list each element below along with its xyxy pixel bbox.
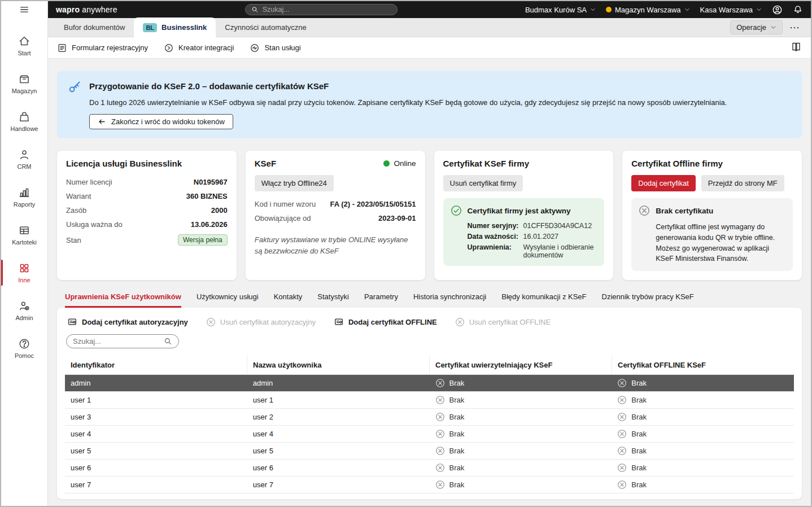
page-content: Przygotowanie do KSeF 2.0 – dodawanie ce… <box>48 59 811 506</box>
cert-field-label: Data ważności: <box>468 233 519 241</box>
reports-chart-icon <box>18 186 30 199</box>
cell-username: user 5 <box>247 447 430 455</box>
add-certificate-button[interactable]: Dodaj certyfikat <box>631 175 696 191</box>
cell-username: admin <box>247 379 430 387</box>
enable-offline24-button[interactable]: Włącz tryb Offline24 <box>255 175 334 191</box>
column-header[interactable]: Nazwa użytkownika <box>247 356 430 374</box>
remove-auth-cert-button[interactable]: Usuń certyfikat autoryzacyjny <box>206 317 316 327</box>
tab-uprawnienia-ksef[interactable]: Uprawnienia KSeF użytkowników <box>65 292 181 308</box>
license-card: Licencja usługi Businesslink Numer licen… <box>57 151 237 280</box>
table-search-input[interactable] <box>73 337 159 346</box>
cell-offline-cert: Brak <box>612 395 794 405</box>
cell-username: user 7 <box>247 480 430 489</box>
sidebar-item-kartoteki[interactable]: Kartoteki <box>1 220 47 250</box>
table-row[interactable]: user 7user 7BrakBrak <box>65 477 794 493</box>
sidebar-item-admin[interactable]: Admin <box>1 295 47 326</box>
check-circle-icon <box>451 205 462 216</box>
table-row[interactable]: user 3user 2BrakBrak <box>65 409 794 426</box>
tab-businesslink[interactable]: BL Businesslink <box>134 18 216 37</box>
table-row[interactable]: user 5user 5BrakBrak <box>65 443 794 460</box>
sidebar-item-label: Inne <box>18 277 30 283</box>
tab-czynnosci-automatyczne[interactable]: Czynności automatyczne <box>216 18 316 37</box>
column-header[interactable]: Certyfikat OFFLINE KSeF <box>612 356 794 374</box>
card-title: Certyfikat KSeF firmy <box>443 159 530 168</box>
account-icon[interactable] <box>772 5 783 15</box>
sidebar-item-pomoc[interactable]: Pomoc <box>1 333 47 364</box>
tab-kontakty[interactable]: Kontakty <box>274 292 303 308</box>
no-cert-label: Brak <box>631 447 647 455</box>
add-offline-cert-button[interactable]: Dodaj certyfikat OFFLINE <box>334 317 437 327</box>
banner-text: Do 1 lutego 2026 uwierzytelnianie w KSeF… <box>89 98 791 107</box>
kv-label: Obowiązujące od <box>255 214 311 222</box>
license-row: Usługa ważna do13.06.2026 <box>66 217 228 231</box>
kv-value: N0195967 <box>194 178 228 186</box>
action-label: Dodaj certyfikat OFFLINE <box>348 318 437 326</box>
tab-statystyki[interactable]: Statystyki <box>317 292 349 308</box>
company-selector[interactable]: Budmax Kurów SA <box>525 6 596 14</box>
arrow-left-icon <box>98 117 106 126</box>
global-search-input[interactable] <box>263 6 391 14</box>
sidebar-item-crm[interactable]: CRM <box>1 144 47 174</box>
address-book-icon[interactable] <box>791 41 802 53</box>
table-row[interactable]: user 4user 4BrakBrak <box>65 426 794 443</box>
warehouse-selector[interactable]: Magazyn Warszawa <box>606 6 690 14</box>
add-auth-cert-button[interactable]: Dodaj certyfikat autoryzacyjny <box>67 317 188 327</box>
menu-toggle-button[interactable] <box>1 1 47 18</box>
table-search[interactable] <box>66 334 179 348</box>
no-cert-icon <box>435 446 445 456</box>
column-header[interactable]: Certyfikat uwierzytelniający KSeF <box>430 356 612 374</box>
no-cert-label: Brak <box>449 413 465 421</box>
sidebar-item-raporty[interactable]: Raporty <box>1 182 47 212</box>
no-cert-label: Brak <box>449 447 465 455</box>
more-options-button[interactable]: ⋯ <box>783 23 804 33</box>
sidebar-item-inne[interactable]: Inne <box>1 257 47 288</box>
status-cards: Licencja usługi Businesslink Numer licen… <box>57 151 802 280</box>
no-cert-title: Brak certyfikatu <box>656 207 713 215</box>
kv-label: Stan <box>66 236 81 244</box>
license-row: Wariant360 BIZNES <box>66 189 228 203</box>
cell-username: user 2 <box>247 413 430 421</box>
license-row: Numer licencjiN0195967 <box>66 175 228 189</box>
column-header[interactable]: Identyfikator <box>65 356 247 374</box>
warehouse-name: Magazyn Warszawa <box>615 6 681 14</box>
registration-form-button[interactable]: Formularz rejestracyjny <box>57 43 148 53</box>
remove-offline-cert-button[interactable]: Usuń certyfikat OFFLINE <box>455 317 551 327</box>
sidebar-item-magazyn[interactable]: Magazyn <box>1 68 47 99</box>
table-row[interactable]: user 1user 1BrakBrak <box>65 392 794 409</box>
warehouse-icon <box>18 73 30 85</box>
tab-bledy-komunikacji[interactable]: Błędy komunikacji z KSeF <box>501 292 586 308</box>
ksef-online-note: Faktury wystawiane w trybie ONLINE wysył… <box>255 234 416 256</box>
cell-offline-cert: Brak <box>612 446 794 456</box>
table-row[interactable]: adminadminBrakBrak <box>65 375 794 392</box>
cashbox-selector[interactable]: Kasa Warszawa <box>700 6 762 14</box>
back-to-tokens-button[interactable]: Zakończ i wróć do widoku tokenów <box>89 114 233 129</box>
help-icon <box>18 338 30 350</box>
remove-company-cert-button[interactable]: Usuń certyfikat firmy <box>443 175 523 191</box>
tab-historia-synchronizacji[interactable]: Historia synchronizacji <box>413 292 486 308</box>
global-search[interactable] <box>245 4 398 15</box>
admin-gear-person-icon <box>18 300 30 312</box>
document-tabbar: Bufor dokumentów BL Businesslink Czynnoś… <box>48 18 811 37</box>
no-cert-label: Brak <box>631 396 647 404</box>
sidebar-item-handlowe[interactable]: Handlowe <box>1 106 47 137</box>
integration-wizard-button[interactable]: Kreator integracji <box>164 43 234 53</box>
tab-dziennik-trybow[interactable]: Dziennik trybów pracy KSeF <box>602 292 694 308</box>
tab-parametry[interactable]: Parametry <box>364 292 398 308</box>
tab-bufor-dokumentow[interactable]: Bufor dokumentów <box>55 18 134 37</box>
table-row[interactable]: user 6user 6BrakBrak <box>65 460 794 477</box>
notifications-bell-icon[interactable] <box>793 5 803 15</box>
sidebar-item-start[interactable]: Start <box>1 30 47 61</box>
tab-label: Czynności automatyczne <box>225 23 307 32</box>
ksef-card: KSeF Online Włącz tryb Offline24 Kod i n… <box>246 151 425 280</box>
operations-dropdown-button[interactable]: Operacje <box>730 20 783 34</box>
cert-field-label: Uprawnienia: <box>468 243 519 259</box>
service-status-button[interactable]: Stan usługi <box>250 43 300 53</box>
no-cert-label: Brak <box>449 464 465 472</box>
tab-label: Businesslink <box>161 23 207 32</box>
cert-actions-toolbar: Dodaj certyfikat autoryzacyjny Usuń cert… <box>65 315 794 334</box>
tab-uzytkownicy-uslugi[interactable]: Użytkownicy usługi <box>197 292 259 308</box>
trade-bag-icon <box>18 111 30 123</box>
online-status-dot <box>383 160 390 167</box>
go-to-mf-button[interactable]: Przejdź do strony MF <box>701 175 784 191</box>
no-cert-icon <box>435 412 445 422</box>
